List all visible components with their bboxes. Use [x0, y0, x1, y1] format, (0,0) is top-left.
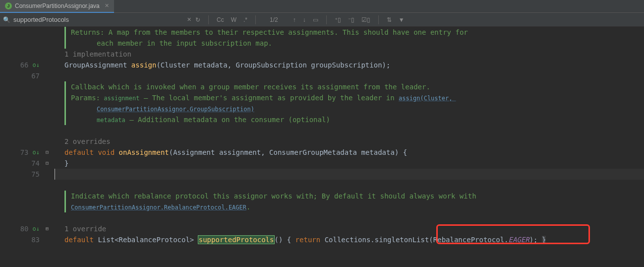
keyword: default	[64, 148, 98, 156]
settings-icon[interactable]: ⇅	[386, 16, 393, 23]
line-number: 67	[30, 70, 40, 81]
separator	[255, 15, 256, 24]
match-count: 1/2	[270, 16, 278, 23]
doc-param-name: metadata	[71, 117, 125, 124]
line-number: 74	[30, 158, 40, 169]
regex-button[interactable]: .*	[242, 16, 248, 23]
caret	[55, 169, 55, 180]
code-token: (Cluster metadata, GroupSubscription gro…	[156, 61, 386, 69]
doc-link[interactable]: ConsumerPartitionAssignor.GroupSubscript…	[71, 106, 254, 113]
separator	[208, 15, 209, 24]
code-area[interactable]: Returns: A map from the members to their…	[50, 27, 644, 267]
code-token: (Assignment assignment, ConsumerGroupMet…	[169, 148, 407, 156]
history-icon[interactable]: ↻	[194, 16, 201, 23]
override-icon[interactable]: o↓	[33, 223, 40, 234]
gutter: 66o↓ 67 73o↓⊟ 74⊟ 75 80o↓⊞ 83	[0, 27, 50, 267]
editor-tabs: J ConsumerPartitionAssignor.java ✕	[0, 0, 644, 13]
code-editor[interactable]: 66o↓ 67 73o↓⊟ 74⊟ 75 80o↓⊞ 83 Returns: A…	[0, 27, 644, 267]
code-token: () {	[274, 236, 295, 244]
doc-returns-label: Returns:	[71, 28, 104, 36]
fold-icon[interactable]: ⊞	[46, 223, 49, 234]
java-file-icon: J	[5, 2, 12, 9]
match-case-button[interactable]: Cc	[216, 16, 225, 23]
find-toolbar: 🔍 supportedProtocols ✕ ↻ Cc W .* 1/2 ↑ ↓…	[0, 13, 644, 27]
remove-selection-icon[interactable]: ⁻▯	[347, 16, 355, 23]
clear-search-icon[interactable]: ✕	[187, 16, 191, 23]
overrides-hint[interactable]: 2 overrides	[55, 137, 111, 145]
keyword: return	[295, 236, 325, 244]
code-token: GroupAssignment	[64, 61, 131, 69]
method-name: assign	[131, 61, 157, 69]
line-number: 83	[30, 234, 40, 245]
doc-text: A map from the members to their respecti…	[104, 28, 468, 36]
code-token: Collections.	[325, 236, 375, 244]
add-selection-icon[interactable]: ⁺▯	[334, 16, 342, 23]
code-token: }	[64, 159, 68, 167]
next-match-icon[interactable]: ↓	[302, 16, 307, 23]
doc-link[interactable]: ConsumerPartitionAssignor.RebalanceProto…	[71, 204, 246, 211]
separator	[326, 15, 327, 24]
doc-text: Callback which is invoked when a group m…	[71, 83, 430, 91]
doc-text: – Additional metadata on the consumer (o…	[125, 116, 330, 124]
tab-label: ConsumerPartitionAssignor.java	[15, 2, 100, 9]
method-name-highlighted: supportedProtocols	[198, 236, 275, 244]
select-occurrences-icon[interactable]: ☑▯	[360, 16, 371, 23]
doc-text: .	[246, 203, 250, 211]
doc-params-label: Params:	[71, 94, 100, 102]
doc-text: – The local member's assignment as provi…	[140, 94, 399, 102]
code-token: singletonList	[375, 236, 429, 244]
search-input[interactable]: supportedProtocols	[13, 16, 184, 23]
field-ref: EAGER	[509, 236, 529, 244]
words-button[interactable]: W	[230, 16, 237, 23]
select-all-icon[interactable]: ▭	[312, 16, 319, 23]
code-token: }	[542, 236, 546, 244]
code-token: ;	[386, 61, 390, 69]
implementation-hint[interactable]: 1 implementation	[55, 50, 131, 58]
close-icon[interactable]: ✕	[105, 2, 109, 9]
keyword: void	[98, 148, 118, 156]
line-number: 73	[19, 147, 29, 158]
code-token: (RebalanceProtocol.	[429, 236, 508, 244]
fold-icon[interactable]: ⊟	[46, 158, 49, 169]
override-icon[interactable]: o↓	[33, 147, 40, 158]
prev-match-icon[interactable]: ↑	[292, 16, 297, 23]
override-icon[interactable]: o↓	[33, 60, 40, 70]
code-token: List<RebalanceProtocol>	[98, 236, 198, 244]
line-number: 75	[30, 169, 40, 180]
doc-text: each member in the input subscription ma…	[71, 39, 272, 47]
tab-active[interactable]: J ConsumerPartitionAssignor.java ✕	[0, 0, 114, 13]
code-token: );	[529, 236, 542, 244]
line-number: 80	[19, 223, 29, 234]
filter-icon[interactable]: ▼	[398, 16, 406, 23]
separator	[378, 15, 379, 24]
doc-text: Indicate which rebalance protocol this a…	[71, 192, 476, 200]
fold-icon[interactable]: ⊟	[46, 147, 49, 158]
method-name: onAssignment	[119, 148, 169, 156]
line-number: 66	[19, 60, 29, 70]
doc-param-name: assignment	[100, 95, 139, 102]
keyword: default	[64, 236, 98, 244]
doc-link[interactable]: assign(Cluster,	[399, 95, 456, 102]
search-icon: 🔍	[3, 16, 10, 23]
override-hint[interactable]: 1 override	[55, 225, 106, 233]
